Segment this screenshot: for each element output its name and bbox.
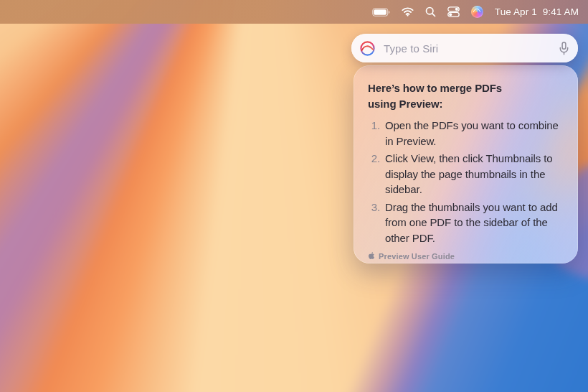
step-number: 1. [368,118,380,149]
siri-text-field[interactable] [382,42,552,55]
step-text: Click View, then click Thumbnails to dis… [385,151,565,197]
menu-bar: Tue Apr 1 9:41 AM [0,0,588,24]
step-text: Open the PDFs you want to combine in Pre… [385,118,565,149]
siri-icon[interactable] [471,0,483,24]
desktop: Tue Apr 1 9:41 AM [0,0,588,392]
menu-bar-clock[interactable]: Tue Apr 1 9:41 AM [495,6,579,17]
siri-response-panel: Here’s how to merge PDFs using Preview: … [354,65,578,263]
control-center-icon[interactable] [447,0,460,24]
step-item: 2. Click View, then click Thumbnails to … [368,151,565,197]
step-item: 1. Open the PDFs you want to combine in … [368,118,565,149]
step-number: 3. [368,200,380,246]
step-item: 3. Drag the thumbnails you want to add f… [368,200,565,246]
source-link[interactable]: Preview User Guide [368,252,565,261]
siri-icon [359,40,376,57]
apple-logo-icon [368,252,375,261]
menu-bar-time: 9:41 AM [543,6,579,17]
wifi-icon[interactable] [402,0,414,24]
battery-icon[interactable] [372,0,390,24]
step-text: Drag the thumbnails you want to add from… [385,200,565,246]
spotlight-search-icon[interactable] [425,0,436,24]
microphone-icon[interactable] [559,42,569,55]
siri-input-bar[interactable] [351,34,578,62]
step-number: 2. [368,151,380,197]
source-label: Preview User Guide [379,252,455,261]
menu-bar-date: Tue Apr 1 [495,6,537,17]
steps-list: 1. Open the PDFs you want to combine in … [368,118,565,246]
panel-heading: Here’s how to merge PDFs using Preview: [368,80,527,111]
